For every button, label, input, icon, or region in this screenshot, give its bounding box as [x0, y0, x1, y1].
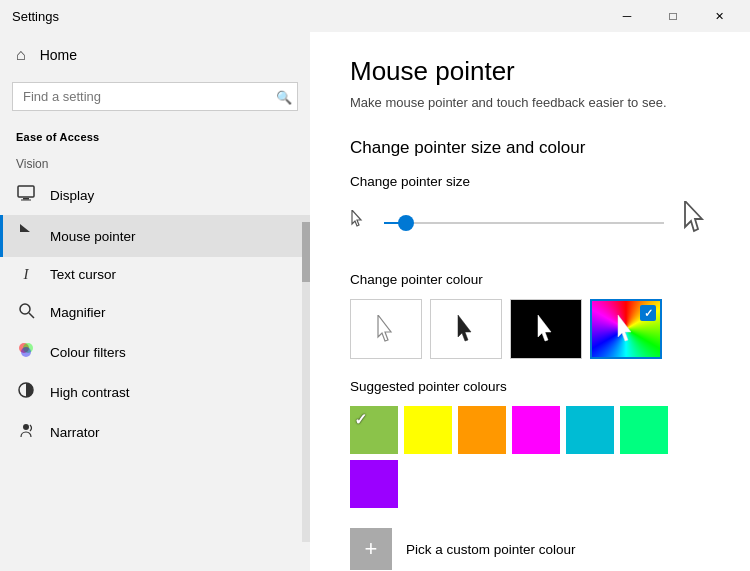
- swatch-check-lime: ✓: [354, 410, 367, 429]
- checkmark-badge: ✓: [640, 305, 656, 321]
- sidebar-label-narrator: Narrator: [50, 425, 100, 440]
- svg-point-7: [21, 347, 31, 357]
- settings-title: Settings: [12, 9, 59, 24]
- vision-section-title: Vision: [0, 147, 310, 175]
- suggested-label: Suggested pointer colours: [350, 379, 710, 394]
- magnifier-icon: [16, 301, 36, 323]
- swatch-purple[interactable]: [350, 460, 398, 508]
- custom-colour-row: + Pick a custom pointer colour: [350, 528, 710, 570]
- slider-row: [350, 201, 710, 244]
- sidebar-item-narrator[interactable]: Narrator: [0, 412, 310, 452]
- sidebar-item-mouse-pointer[interactable]: Mouse pointer: [0, 215, 310, 257]
- search-button[interactable]: 🔍: [276, 89, 292, 104]
- pointer-colour-label: Change pointer colour: [350, 272, 710, 287]
- sidebar-nav: Vision Display Mouse pointer I Text curs…: [0, 147, 310, 571]
- swatch-orange[interactable]: [458, 406, 506, 454]
- scrollbar-thumb[interactable]: [302, 222, 310, 282]
- cursor-small-icon: [350, 210, 366, 235]
- narrator-icon: [16, 421, 36, 443]
- svg-rect-0: [18, 186, 34, 197]
- svg-line-4: [29, 313, 34, 318]
- page-subtitle: Make mouse pointer and touch feedback ea…: [350, 95, 710, 110]
- mouse-icon: [16, 224, 36, 248]
- swatch-cyan[interactable]: [566, 406, 614, 454]
- colour-option-white[interactable]: [350, 299, 422, 359]
- sidebar-label-high-contrast: High contrast: [50, 385, 130, 400]
- svg-rect-1: [23, 198, 29, 200]
- custom-colour-label: Pick a custom pointer colour: [406, 542, 576, 557]
- colour-option-rainbow[interactable]: ✓: [590, 299, 662, 359]
- section-heading: Change pointer size and colour: [350, 138, 710, 158]
- search-input[interactable]: [12, 82, 298, 111]
- close-button[interactable]: ✕: [696, 0, 742, 32]
- page-title: Mouse pointer: [350, 56, 710, 87]
- white-on-black-cursor-icon: [535, 315, 557, 343]
- sidebar-home-item[interactable]: ⌂ Home: [0, 32, 310, 78]
- title-bar-left: Settings: [0, 9, 59, 24]
- sidebar-label-display: Display: [50, 188, 94, 203]
- sidebar-item-magnifier[interactable]: Magnifier: [0, 292, 310, 332]
- svg-rect-2: [21, 200, 31, 201]
- rainbow-cursor-icon: [615, 315, 637, 343]
- colour-option-black[interactable]: [430, 299, 502, 359]
- text-cursor-icon: I: [16, 266, 36, 283]
- black-cursor-icon: [455, 315, 477, 343]
- sidebar-item-colour-filters[interactable]: Colour filters: [0, 332, 310, 372]
- svg-point-3: [20, 304, 30, 314]
- minimize-button[interactable]: ─: [604, 0, 650, 32]
- slider-thumb[interactable]: [398, 215, 414, 231]
- title-bar: Settings ─ □ ✕: [0, 0, 750, 32]
- slider-container: [384, 213, 664, 233]
- colour-filters-icon: [16, 341, 36, 363]
- sidebar-label-magnifier: Magnifier: [50, 305, 106, 320]
- high-contrast-icon: [16, 381, 36, 403]
- white-cursor-icon: [375, 315, 397, 343]
- search-box: 🔍: [12, 82, 298, 111]
- slider-track: [384, 222, 664, 224]
- colour-option-blackbg[interactable]: [510, 299, 582, 359]
- main-content: Mouse pointer Make mouse pointer and tou…: [310, 32, 750, 571]
- sidebar-item-text-cursor[interactable]: I Text cursor: [0, 257, 310, 292]
- scrollbar-track[interactable]: [302, 222, 310, 542]
- suggested-colours: ✓: [350, 406, 710, 508]
- sidebar-item-display[interactable]: Display: [0, 175, 310, 215]
- swatch-green[interactable]: [620, 406, 668, 454]
- cursor-large-icon: [682, 201, 710, 244]
- display-icon: [16, 184, 36, 206]
- sidebar-item-high-contrast[interactable]: High contrast: [0, 372, 310, 412]
- home-icon: ⌂: [16, 46, 26, 64]
- sidebar: ⌂ Home 🔍 Ease of Access Vision Display M…: [0, 32, 310, 571]
- home-label: Home: [40, 47, 77, 63]
- custom-colour-button[interactable]: +: [350, 528, 392, 570]
- sidebar-label-mouse-pointer: Mouse pointer: [50, 229, 136, 244]
- ease-of-access-label: Ease of Access: [0, 123, 310, 147]
- maximize-button[interactable]: □: [650, 0, 696, 32]
- app-body: ⌂ Home 🔍 Ease of Access Vision Display M…: [0, 32, 750, 571]
- svg-point-9: [23, 424, 29, 430]
- swatch-lime[interactable]: ✓: [350, 406, 398, 454]
- plus-icon: +: [365, 536, 378, 562]
- title-bar-controls: ─ □ ✕: [604, 0, 742, 32]
- sidebar-label-colour-filters: Colour filters: [50, 345, 126, 360]
- sidebar-label-text-cursor: Text cursor: [50, 267, 116, 282]
- colour-options: ✓: [350, 299, 710, 359]
- pointer-size-label: Change pointer size: [350, 174, 710, 189]
- swatch-yellow[interactable]: [404, 406, 452, 454]
- swatch-magenta[interactable]: [512, 406, 560, 454]
